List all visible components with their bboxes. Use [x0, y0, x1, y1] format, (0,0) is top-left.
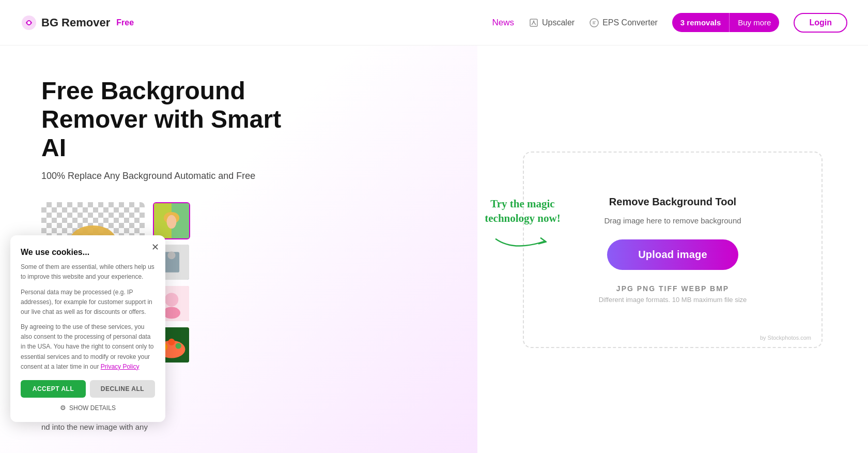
cookie-title: We use cookies... — [21, 248, 155, 257]
nav-news[interactable]: News — [492, 18, 514, 28]
show-details-label: SHOW DETAILS — [69, 404, 116, 412]
cookie-buttons: ACCEPT ALL DECLINE ALL — [21, 380, 155, 398]
svg-point-26 — [168, 338, 175, 345]
eps-converter-icon — [589, 18, 599, 28]
removals-button[interactable]: 3 removals Buy more — [672, 13, 780, 32]
drag-hint: Drag image here to remove background — [604, 216, 741, 225]
logo-free-badge: Free — [116, 18, 134, 27]
svg-point-20 — [165, 293, 178, 306]
format-list: JPG PNG TIFF WEBP BMP — [616, 284, 729, 293]
nav-upscaler[interactable]: Upscaler — [529, 18, 575, 28]
upload-image-button[interactable]: Upload image — [607, 239, 738, 270]
logo-area: BG Remover Free — [21, 14, 134, 31]
svg-point-18 — [167, 251, 175, 259]
cookie-para-2: Personal data may be processed (e.g. IP … — [21, 288, 155, 318]
svg-point-15 — [167, 215, 177, 228]
eps-converter-label: EPS Converter — [602, 18, 658, 27]
magic-text: Try the magic technology now! — [483, 196, 563, 225]
nav-eps-converter[interactable]: EPS Converter — [589, 18, 658, 28]
right-section: Try the magic technology now! Remove Bac… — [477, 46, 868, 453]
removals-count: 3 removals — [672, 13, 730, 32]
logo-icon — [21, 14, 37, 31]
upload-card-title: Remove Background Tool — [609, 196, 736, 208]
hero-subtitle: 100% Replace Any Background Automatic an… — [41, 171, 300, 182]
login-button[interactable]: Login — [794, 13, 847, 33]
thumb-1-inner — [154, 203, 189, 238]
format-note: Different image formats. 10 MB maximum f… — [599, 296, 747, 304]
stockphotos-credit: by Stockphotos.com — [760, 335, 811, 341]
svg-point-1 — [27, 21, 30, 24]
hero-title: Free Background Remover with Smart AI — [41, 77, 310, 162]
upload-card: Try the magic technology now! Remove Bac… — [523, 152, 823, 348]
magic-text-area: Try the magic technology now! — [483, 196, 563, 256]
cookie-banner: ✕ We use cookies... Some of them are ess… — [10, 235, 165, 422]
buy-more-label: Buy more — [730, 13, 779, 32]
gear-icon: ⚙ — [60, 404, 66, 412]
cookie-decline-button[interactable]: DECLINE ALL — [90, 380, 155, 398]
thumbnail-1[interactable] — [153, 202, 190, 239]
cookie-accept-button[interactable]: ACCEPT ALL — [21, 380, 86, 398]
svg-point-3 — [533, 20, 535, 22]
logo-text: BG Remover — [41, 16, 110, 29]
cookie-show-details[interactable]: ⚙ SHOW DETAILS — [21, 404, 155, 412]
privacy-policy-link[interactable]: Privacy Policy — [101, 363, 140, 370]
cookie-para-3: By agreeing to the use of these services… — [21, 322, 155, 372]
cookie-close-button[interactable]: ✕ — [151, 241, 159, 253]
svg-rect-2 — [530, 19, 537, 26]
upscaler-label: Upscaler — [542, 18, 575, 27]
cookie-para-1: Some of them are essential, while others… — [21, 262, 155, 282]
upscaler-icon — [529, 18, 539, 28]
svg-point-25 — [176, 343, 181, 349]
nav-area: News Upscaler EPS Converter 3 removals B… — [492, 13, 847, 33]
svg-point-21 — [163, 307, 180, 319]
header: BG Remover Free News Upscaler EPS Conver… — [0, 0, 868, 46]
magic-arrow — [493, 229, 555, 254]
thumb-1-img — [154, 203, 189, 238]
